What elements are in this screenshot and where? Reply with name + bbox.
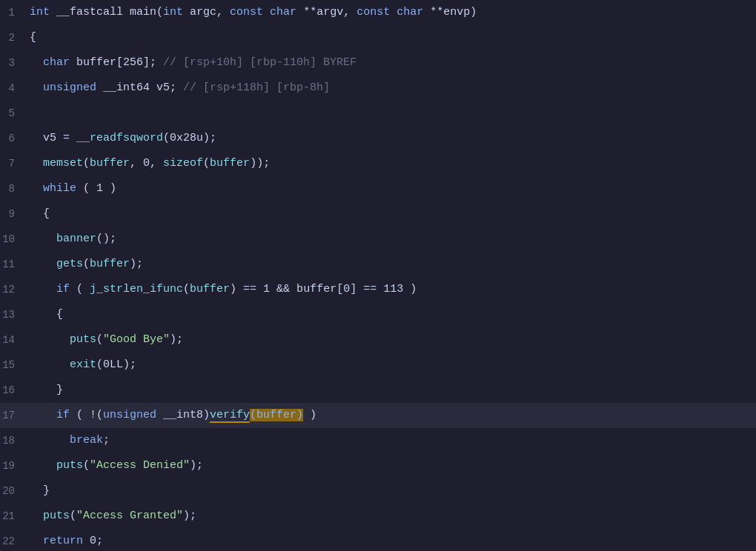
line-number: 19 [0, 458, 21, 474]
token-plain: ( [203, 157, 210, 170]
token-plain [30, 258, 56, 270]
token-plain: ( [96, 333, 103, 346]
token-kw: unsigned [43, 81, 96, 94]
token-plain [30, 333, 70, 346]
token-comment: // [rsp+118h] [rbp-8h] [183, 81, 330, 94]
line-number: 3 [0, 56, 21, 71]
token-plain [30, 459, 56, 472]
line-content: { [21, 30, 756, 47]
code-line-7: 7 memset(buffer, 0, sizeof(buffer)); [0, 151, 756, 176]
line-number: 16 [0, 383, 21, 398]
token-plain [30, 434, 70, 447]
code-line-14: 14 puts("Good Bye"); [0, 327, 756, 353]
line-number: 1 [0, 5, 21, 21]
token-plain: ( !( [70, 409, 103, 421]
token-fn: __readfsqword [76, 132, 163, 144]
line-number: 7 [0, 156, 21, 172]
line-number: 21 [0, 509, 21, 524]
line-number: 17 [0, 408, 21, 424]
token-str: "Good Bye" [103, 333, 170, 346]
token-kw: unsigned [103, 409, 156, 421]
token-param_highlight: (buffer) [250, 409, 303, 421]
token-plain: { [30, 207, 50, 220]
line-content: if ( j_strlen_ifunc(buffer) == 1 && buff… [21, 281, 756, 298]
token-fn: banner [56, 233, 96, 245]
token-plain: ( 1 ) [76, 182, 116, 195]
token-kw: char [43, 56, 70, 69]
code-view: 1int __fastcall main(int argc, const cha… [0, 0, 756, 551]
line-number: 2 [0, 30, 21, 46]
token-plain [30, 182, 43, 195]
code-line-8: 8 while ( 1 ) [0, 176, 756, 201]
line-content: if ( !(unsigned __int8)verify(buffer) ) [21, 407, 756, 424]
code-line-10: 10 banner(); [0, 227, 756, 252]
line-number: 20 [0, 484, 21, 499]
line-content: exit(0LL); [21, 357, 756, 374]
token-plain [30, 157, 43, 170]
line-content: { [21, 206, 756, 223]
token-kw: return [43, 535, 83, 547]
code-line-9: 9 { [0, 201, 756, 227]
token-plain: ( [183, 283, 190, 295]
line-number: 22 [0, 534, 21, 550]
token-plain: buffer[256]; [70, 56, 163, 69]
token-plain: { [30, 31, 36, 44]
code-line-4: 4 unsigned __int64 v5; // [rsp+118h] [rb… [0, 76, 756, 101]
token-plain [30, 283, 56, 295]
line-content: return 0; [21, 533, 756, 550]
code-line-1: 1int __fastcall main(int argc, const cha… [0, 0, 756, 25]
token-plain: __int64 v5; [96, 81, 183, 94]
line-content: { [21, 307, 756, 324]
token-plain: } [30, 484, 50, 497]
token-fn: memset [43, 157, 83, 170]
token-plain: ) [303, 409, 316, 421]
token-plain: __fastcall main( [50, 6, 163, 19]
token-plain [30, 535, 43, 547]
token-plain: , 0, [130, 157, 163, 170]
token-plain: )); [250, 157, 270, 170]
token-fn_highlight: verify [210, 409, 250, 423]
token-str: "Access Denied" [90, 459, 190, 472]
line-number: 5 [0, 106, 21, 121]
token-plain: (0LL); [96, 358, 136, 371]
token-plain: ); [170, 333, 183, 346]
token-kw: char [270, 6, 296, 19]
token-plain: v5 = [30, 132, 76, 144]
token-plain: } [30, 384, 63, 396]
line-content: memset(buffer, 0, sizeof(buffer)); [21, 156, 756, 173]
token-plain [30, 358, 70, 371]
code-line-22: 22 return 0; [0, 529, 756, 551]
token-plain: (); [96, 233, 116, 245]
line-content: int __fastcall main(int argc, const char… [21, 4, 756, 21]
line-content: puts("Good Bye"); [21, 332, 756, 349]
token-plain: ); [183, 510, 196, 522]
code-line-6: 6 v5 = __readfsqword(0x28u); [0, 126, 756, 151]
code-line-17: 17 if ( !(unsigned __int8)verify(buffer)… [0, 403, 756, 428]
token-kw: int [163, 6, 183, 19]
token-fn: puts [43, 510, 70, 522]
token-plain: ( [70, 283, 90, 295]
token-kw: break [70, 434, 103, 447]
token-kw: const [230, 6, 263, 19]
token-comment: // [rsp+10h] [rbp-110h] BYREF [163, 56, 357, 69]
line-number: 10 [0, 232, 21, 247]
token-plain: (0x28u); [163, 132, 216, 144]
line-number: 4 [0, 81, 21, 96]
token-plain [263, 6, 270, 19]
token-plain [30, 81, 43, 94]
token-plain: ); [190, 459, 203, 472]
token-plain: **envp) [423, 6, 477, 19]
token-plain [390, 6, 397, 19]
token-plain: ( [70, 510, 76, 522]
line-content: puts("Access Granted"); [21, 508, 756, 525]
token-str: "Access Granted" [76, 510, 183, 522]
line-number: 8 [0, 181, 21, 197]
line-content: banner(); [21, 231, 756, 248]
line-content: puts("Access Denied"); [21, 458, 756, 475]
token-plain [30, 56, 43, 69]
token-plain: 0; [83, 535, 103, 547]
line-content: v5 = __readfsqword(0x28u); [21, 130, 756, 147]
code-line-18: 18 break; [0, 428, 756, 453]
token-fn: buffer [90, 258, 130, 270]
code-line-19: 19 puts("Access Denied"); [0, 453, 756, 478]
